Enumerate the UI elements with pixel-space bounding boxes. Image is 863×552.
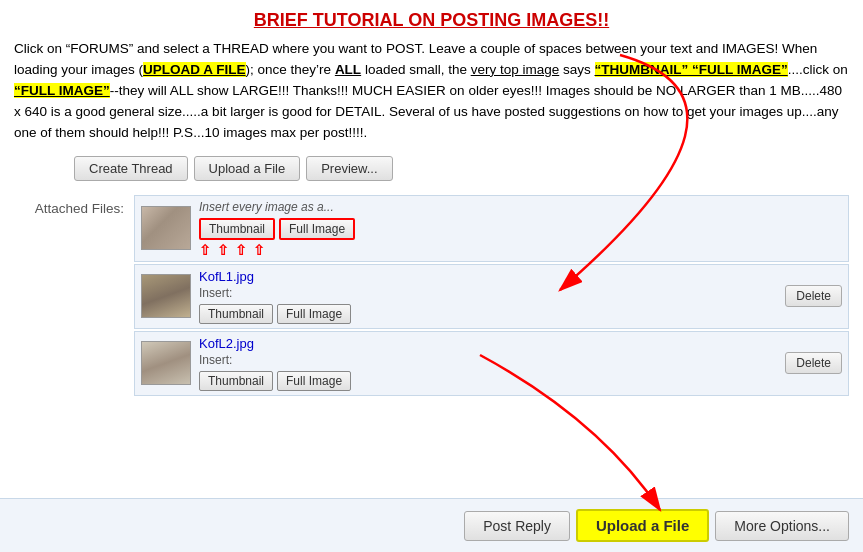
file-info-1: Insert every image as a... Thumbnail Ful… <box>199 200 842 257</box>
post-reply-button[interactable]: Post Reply <box>464 511 570 541</box>
insert-buttons-3: Thumbnail Full Image <box>199 371 777 391</box>
desc-part3: ....click on <box>788 62 848 77</box>
thumbnail-btn-1[interactable]: Thumbnail <box>199 218 275 240</box>
insert-label-3: Insert: <box>199 353 777 367</box>
desc-part4: --they will ALL show LARGE!!! Thanks!!! … <box>14 83 842 140</box>
insert-buttons-2: Thumbnail Full Image <box>199 304 777 324</box>
thumbnail-btn-3[interactable]: Thumbnail <box>199 371 273 391</box>
highlight-thumbfull: “THUMBNAIL” “FULL IMAGE” <box>595 62 788 77</box>
fullimage-btn-1[interactable]: Full Image <box>279 218 355 240</box>
fullimage-btn-3[interactable]: Full Image <box>277 371 351 391</box>
insert-placeholder-1: Insert every image as a... <box>199 200 842 214</box>
file-info-3: KofL2.jpg Insert: Thumbnail Full Image <box>199 336 777 391</box>
up-arrows: ⇧ ⇧ ⇧ ⇧ <box>199 243 842 257</box>
file-thumbnail-2 <box>141 274 191 318</box>
delete-btn-3[interactable]: Delete <box>785 352 842 374</box>
up-arrow-1: ⇧ <box>199 243 211 257</box>
up-arrow-3: ⇧ <box>235 243 247 257</box>
up-arrow-2: ⇧ <box>217 243 229 257</box>
file-row: Insert every image as a... Thumbnail Ful… <box>134 195 849 262</box>
preview-button[interactable]: Preview... <box>306 156 392 181</box>
more-options-button[interactable]: More Options... <box>715 511 849 541</box>
up-arrow-4: ⇧ <box>253 243 265 257</box>
page-wrapper: BRIEF TUTORIAL ON POSTING IMAGES!! Click… <box>0 0 863 552</box>
bottom-toolbar: Post Reply Upload a File More Options... <box>0 498 863 552</box>
file-row: KofL1.jpg Insert: Thumbnail Full Image D… <box>134 264 849 329</box>
desc-part2: ); once they’re ALL loaded small, the ve… <box>246 62 595 77</box>
thumb-img-3 <box>142 342 190 384</box>
main-content: BRIEF TUTORIAL ON POSTING IMAGES!! Click… <box>0 0 863 396</box>
upload-file-button[interactable]: Upload a File <box>194 156 301 181</box>
file-name-2[interactable]: KofL1.jpg <box>199 269 777 284</box>
file-thumbnail-3 <box>141 341 191 385</box>
description-text: Click on “FORUMS” and select a THREAD wh… <box>14 39 849 144</box>
toolbar: Create Thread Upload a File Preview... <box>14 156 849 181</box>
create-thread-button[interactable]: Create Thread <box>74 156 188 181</box>
highlight-upload: UPLOAD A FILE <box>143 62 246 77</box>
thumbnail-btn-2[interactable]: Thumbnail <box>199 304 273 324</box>
page-title: BRIEF TUTORIAL ON POSTING IMAGES!! <box>14 10 849 31</box>
file-info-2: KofL1.jpg Insert: Thumbnail Full Image <box>199 269 777 324</box>
insert-buttons-1: Thumbnail Full Image <box>199 218 842 240</box>
highlight-fullimage: “FULL IMAGE” <box>14 83 110 98</box>
attached-files-section: Attached Files: Insert every image as a.… <box>14 195 849 396</box>
file-thumbnail-1 <box>141 206 191 250</box>
file-row: KofL2.jpg Insert: Thumbnail Full Image D… <box>134 331 849 396</box>
files-list: Insert every image as a... Thumbnail Ful… <box>134 195 849 396</box>
thumb-img-2 <box>142 275 190 317</box>
thumb-img-1 <box>142 207 190 249</box>
attached-label: Attached Files: <box>14 195 134 216</box>
fullimage-btn-2[interactable]: Full Image <box>277 304 351 324</box>
insert-label-2: Insert: <box>199 286 777 300</box>
file-name-3[interactable]: KofL2.jpg <box>199 336 777 351</box>
upload-file-bottom-button[interactable]: Upload a File <box>576 509 709 542</box>
delete-btn-2[interactable]: Delete <box>785 285 842 307</box>
